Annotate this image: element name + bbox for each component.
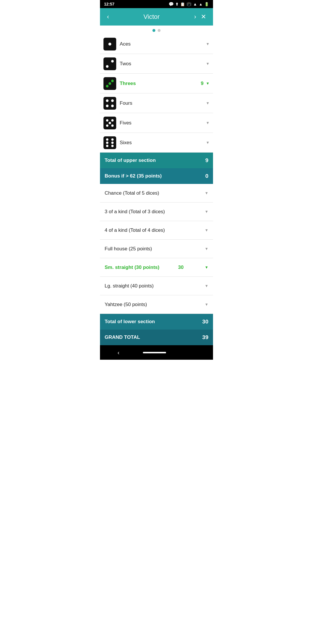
svg-point-26: [111, 145, 114, 147]
close-button[interactable]: ✕: [199, 11, 208, 22]
svg-point-15: [106, 119, 108, 122]
list-item[interactable]: Full house (25 points) ▼: [100, 240, 213, 258]
aces-dice-icon: [103, 38, 116, 50]
vibrate-icon: 📳: [187, 2, 191, 6]
sixes-dice-icon: [103, 136, 116, 149]
status-time: 12:57: [104, 2, 114, 6]
svg-point-13: [111, 104, 114, 107]
page-title: Victor: [111, 13, 192, 21]
page-dot-2: [158, 29, 161, 32]
lower-total-label: Total of lower section: [105, 319, 155, 325]
svg-point-16: [111, 119, 114, 122]
sm-straight-dropdown[interactable]: ▼: [205, 265, 208, 269]
status-icons: 💬 ⬆ 📋 📳 ▲ ▲ 🔋: [169, 2, 209, 6]
svg-point-24: [111, 142, 114, 144]
lower-total-row: Total of lower section 30: [100, 314, 213, 330]
sixes-label: Sixes: [120, 140, 205, 146]
svg-rect-20: [103, 136, 116, 149]
svg-point-18: [106, 124, 108, 127]
threes-dropdown[interactable]: ▼: [206, 81, 210, 86]
svg-point-22: [111, 138, 114, 141]
header: ‹ Victor › ✕: [100, 8, 213, 26]
list-item[interactable]: 4 of a kind (Total of 4 dices) ▼: [100, 221, 213, 240]
list-item[interactable]: Fours ▼: [100, 93, 213, 113]
back-nav-button[interactable]: ‹: [115, 347, 122, 358]
threes-label: Threes: [120, 81, 201, 86]
list-item[interactable]: Yahtzee (50 points) ▼: [100, 295, 213, 314]
svg-point-7: [109, 82, 111, 85]
list-item[interactable]: Fives ▼: [100, 113, 213, 133]
score-list: Aces ▼ Twos ▼ Threes 9 ▼ Fou: [100, 34, 213, 345]
fours-dice-icon: [103, 97, 116, 110]
list-item[interactable]: Chance (Total of 5 dices) ▼: [100, 184, 213, 202]
wifi-icon: ▲: [193, 2, 197, 6]
upper-total-label: Total of upper section: [105, 158, 156, 163]
fives-dropdown[interactable]: ▼: [206, 121, 210, 125]
svg-point-1: [108, 43, 111, 46]
aces-dropdown[interactable]: ▼: [206, 42, 210, 46]
list-item[interactable]: Lg. straight (40 points) ▼: [100, 277, 213, 295]
three-kind-label: 3 of a kind (Total of 3 dices): [105, 209, 165, 215]
fours-label: Fours: [120, 100, 205, 106]
list-item[interactable]: Aces ▼: [100, 34, 213, 54]
chance-dropdown[interactable]: ▼: [205, 191, 208, 195]
aces-label: Aces: [120, 41, 205, 47]
svg-point-11: [111, 99, 114, 102]
upload-icon: ⬆: [175, 2, 179, 6]
grand-total-label: GRAND TOTAL: [105, 334, 140, 340]
sm-straight-score: 30: [178, 265, 184, 270]
svg-point-17: [109, 122, 111, 124]
list-item[interactable]: Threes 9 ▼: [100, 74, 213, 93]
svg-point-25: [106, 145, 108, 147]
svg-point-10: [106, 99, 109, 102]
svg-point-12: [106, 104, 109, 107]
svg-point-19: [111, 124, 114, 127]
signal-icon: ▲: [199, 2, 203, 6]
svg-point-23: [106, 142, 108, 144]
svg-point-21: [106, 138, 108, 141]
three-kind-dropdown[interactable]: ▼: [205, 209, 208, 214]
sixes-dropdown[interactable]: ▼: [206, 140, 210, 145]
bonus-value: 0: [205, 173, 208, 179]
svg-rect-2: [103, 57, 116, 70]
status-bar: 12:57 💬 ⬆ 📋 📳 ▲ ▲ 🔋: [100, 0, 213, 8]
battery-icon: 🔋: [204, 2, 209, 6]
svg-point-3: [106, 65, 109, 68]
lg-straight-label: Lg. straight (40 points): [105, 283, 154, 289]
twos-dropdown[interactable]: ▼: [206, 61, 210, 66]
threes-score: 9: [201, 81, 203, 86]
full-house-dropdown[interactable]: ▼: [205, 247, 208, 251]
home-bar[interactable]: [143, 352, 166, 353]
four-kind-dropdown[interactable]: ▼: [205, 228, 208, 232]
bonus-row: Bonus if > 62 (35 points) 0: [100, 168, 213, 184]
upper-total-value: 9: [205, 157, 208, 164]
upper-total-row: Total of upper section 9: [100, 153, 213, 168]
bonus-label: Bonus if > 62 (35 points): [105, 173, 162, 179]
svg-rect-9: [103, 97, 116, 110]
yahtzee-dropdown[interactable]: ▼: [205, 302, 208, 307]
fives-label: Fives: [120, 120, 205, 126]
list-item[interactable]: 3 of a kind (Total of 3 dices) ▼: [100, 202, 213, 221]
back-button[interactable]: ‹: [105, 11, 111, 22]
grand-total-row: GRAND TOTAL 39: [100, 330, 213, 345]
twos-dice-icon: [103, 57, 116, 70]
clipboard-icon: 📋: [180, 2, 185, 6]
list-item[interactable]: Twos ▼: [100, 54, 213, 74]
grand-total-value: 39: [202, 334, 208, 341]
page-dot-1: [152, 29, 155, 32]
fours-dropdown[interactable]: ▼: [206, 101, 210, 105]
lower-total-value: 30: [202, 319, 208, 325]
forward-button[interactable]: ›: [192, 11, 199, 22]
list-item[interactable]: Sixes ▼: [100, 133, 213, 153]
bottom-nav: ‹: [100, 345, 213, 360]
twos-label: Twos: [120, 61, 205, 67]
fives-dice-icon: [103, 117, 116, 129]
svg-point-8: [111, 79, 114, 82]
lg-straight-dropdown[interactable]: ▼: [205, 284, 208, 288]
chance-label: Chance (Total of 5 dices): [105, 190, 159, 196]
svg-point-4: [111, 60, 114, 62]
list-item[interactable]: Sm. straight (30 points) 30 ▼: [100, 258, 213, 277]
whatsapp-icon: 💬: [169, 2, 174, 6]
full-house-label: Full house (25 points): [105, 246, 152, 252]
four-kind-label: 4 of a kind (Total of 4 dices): [105, 227, 165, 233]
